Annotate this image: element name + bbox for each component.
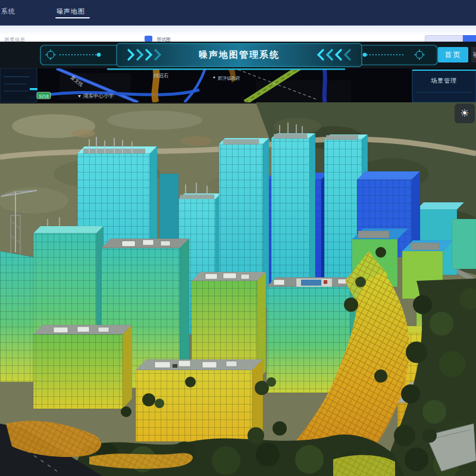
minimap-left-panel (0, 68, 37, 102)
svg-text:辉洋镇政府: 辉洋镇政府 (218, 76, 240, 81)
poi-label: 鸡冠石 (153, 73, 169, 79)
header-banner: 噪声地图管理系统 (0, 42, 476, 68)
road-shield: S218 (37, 92, 51, 99)
sun-lighting-button[interactable]: ☀ (455, 104, 475, 123)
scene-manager-panel[interactable]: 场景管理 (412, 70, 476, 102)
app-header: 噪声地图管理系统 首页 噪 (0, 42, 476, 68)
minimap-canvas: S218 夏文线 湖东中心小学 鸡冠石 辉洋镇政府 场景管理 (0, 68, 476, 102)
gov-label: 辉洋镇政府 (213, 76, 240, 81)
browser-tab-bar: 系统 噪声地图 (0, 0, 476, 25)
svg-text:S218: S218 (39, 94, 48, 98)
bookmarks-bar: 浏览信息 替试图 (0, 25, 476, 42)
page-title: 噪声地图管理系统 (199, 49, 280, 60)
minimap-top-accent (107, 68, 345, 70)
scene-canvas (0, 102, 476, 476)
school-label: 湖东中心小学 (78, 93, 114, 99)
home-button[interactable]: 首页 (438, 47, 468, 62)
svg-text:湖东中心小学: 湖东中心小学 (83, 93, 114, 99)
browser-tab-noise-map[interactable]: 噪声地图 (57, 7, 85, 16)
sun-icon: ☀ (460, 107, 469, 120)
browser-tab-system[interactable]: 系统 (1, 7, 15, 16)
tab-label: 噪声地图 (57, 8, 85, 15)
active-tab-underline (55, 17, 90, 18)
noise-map-3d-view[interactable] (0, 102, 476, 476)
bookmark-favicon[interactable] (145, 36, 152, 42)
panel-title: 场景管理 (431, 77, 457, 84)
browser-window: 系统 噪声地图 浏览信息 替试图 (0, 0, 476, 476)
partial-nav-button[interactable]: 噪 (471, 47, 476, 62)
minimap-strip[interactable]: S218 夏文线 湖东中心小学 鸡冠石 辉洋镇政府 场景管理 (0, 68, 476, 102)
